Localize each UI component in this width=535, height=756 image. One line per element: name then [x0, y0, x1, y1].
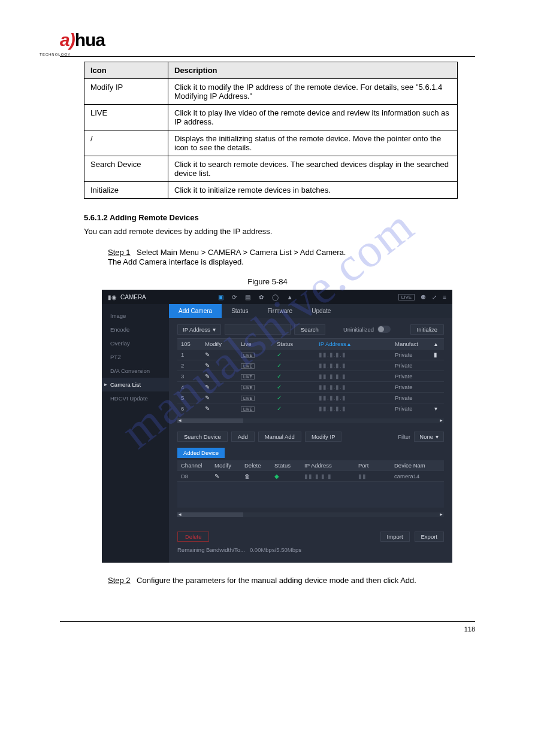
- delete-button[interactable]: Delete: [177, 532, 209, 542]
- expand-icon[interactable]: ⤢: [432, 294, 437, 300]
- bandwidth-line: Remaining Bandwidth/To... 0.00Mbps/5.50M…: [169, 544, 452, 553]
- col-delete: Delete: [244, 462, 274, 469]
- sidebar-item-hdcvi-update[interactable]: HDCVI Update: [102, 391, 169, 405]
- check-icon: ✓: [277, 351, 319, 358]
- live-badge[interactable]: LIVE: [241, 385, 255, 390]
- row-index: 1: [181, 351, 205, 358]
- system-icon[interactable]: ✿: [259, 294, 264, 300]
- search-type-select[interactable]: IP Address ▾: [177, 324, 221, 335]
- grid-row[interactable]: 6 ✎ LIVE ✓ ▮▮.▮.▮.▮ Private ▾: [177, 403, 444, 414]
- pencil-icon[interactable]: ✎: [205, 394, 241, 401]
- cell-icon: LIVE: [84, 105, 168, 130]
- scroll-left-icon[interactable]: ◂: [179, 511, 182, 517]
- filter-select[interactable]: None ▾: [414, 432, 444, 442]
- col-count: 105: [181, 341, 205, 347]
- pencil-icon[interactable]: ✎: [205, 351, 241, 358]
- tab-firmware[interactable]: Firmware: [258, 304, 303, 318]
- row-mfr: Private: [395, 405, 431, 412]
- pencil-icon[interactable]: ✎: [205, 384, 241, 390]
- scroll-right-icon[interactable]: ▸: [440, 511, 443, 517]
- cell-desc: Click it to modify the IP address of the…: [168, 79, 458, 105]
- menu-icon[interactable]: ≡: [443, 294, 446, 300]
- sidebar-item-da-conversion[interactable]: D/A Conversion: [102, 364, 169, 378]
- search-input[interactable]: [225, 324, 291, 335]
- col-ip[interactable]: IP Address ▴: [319, 341, 385, 347]
- pencil-icon[interactable]: ✎: [214, 473, 244, 479]
- col-live: Live: [241, 341, 277, 347]
- scroll-down-icon[interactable]: ▾: [431, 405, 440, 412]
- modify-ip-button[interactable]: Modify IP: [305, 432, 342, 442]
- uninitialized-toggle[interactable]: [377, 326, 391, 333]
- row-mfr: Private: [395, 362, 431, 369]
- row-mfr: Private: [395, 384, 431, 390]
- tab-status[interactable]: Status: [222, 304, 258, 318]
- main-panel: Add Camera Status Firmware Update IP Add…: [169, 304, 452, 563]
- table-row: Modify IP Click it to modify the IP addr…: [84, 79, 458, 105]
- grid-row[interactable]: 3 ✎ LIVE ✓ ▮▮.▮.▮.▮ Private: [177, 371, 444, 381]
- sidebar-item-ptz[interactable]: PTZ: [102, 350, 169, 364]
- trash-icon[interactable]: 🗑: [244, 473, 274, 479]
- add-button[interactable]: Add: [231, 432, 255, 442]
- scroll-up-icon[interactable]: ▴: [431, 341, 440, 347]
- live-badge[interactable]: LIVE: [241, 353, 255, 358]
- col-channel: Channel: [181, 462, 214, 469]
- uninitialized-label: Uninitialized: [343, 326, 374, 333]
- scroll-right-icon[interactable]: ▸: [440, 417, 443, 423]
- search-device-button[interactable]: Search Device: [177, 432, 228, 442]
- live-badge[interactable]: LIVE: [241, 396, 255, 401]
- cell-desc: Click it to play live video of the remot…: [168, 105, 458, 130]
- import-button[interactable]: Import: [380, 532, 410, 542]
- grid-row[interactable]: 1 ✎ LIVE ✓ ▮▮.▮.▮.▮ Private ▮: [177, 349, 444, 360]
- network-icon[interactable]: ⟳: [232, 294, 237, 300]
- sidebar-item-encode[interactable]: Encode: [102, 323, 169, 336]
- chevron-down-icon: ▾: [436, 433, 439, 440]
- section-desc: You can add remote devices by adding the…: [84, 227, 475, 236]
- params-header-desc: Description: [168, 62, 458, 79]
- pencil-icon[interactable]: ✎: [205, 362, 241, 369]
- pencil-icon[interactable]: ✎: [205, 373, 241, 379]
- col-ip: IP Address: [304, 462, 358, 469]
- live-badge[interactable]: LIVE: [241, 406, 255, 412]
- live-badge[interactable]: LIVE: [241, 363, 255, 369]
- grid-row[interactable]: 4 ✎ LIVE ✓ ▮▮.▮.▮.▮ Private: [177, 381, 444, 392]
- live-badge[interactable]: LIVE: [241, 374, 255, 379]
- section-title: 5.6.1.2 Adding Remote Devices: [84, 213, 475, 222]
- cell-desc: Displays the initializing status of the …: [168, 130, 458, 156]
- sidebar-item-image[interactable]: Image: [102, 309, 169, 323]
- col-modify: Modify: [214, 462, 244, 469]
- security-icon[interactable]: ◯: [272, 294, 279, 300]
- footer-rule: [60, 621, 475, 622]
- camera-tab-icon[interactable]: ▣: [218, 294, 223, 300]
- grid-row[interactable]: 5 ✎ LIVE ✓ ▮▮.▮.▮.▮ Private: [177, 392, 444, 403]
- pencil-icon[interactable]: ✎: [205, 405, 241, 412]
- tab-update[interactable]: Update: [302, 304, 340, 318]
- horizontal-scrollbar-2[interactable]: ◂ ▸: [177, 512, 444, 517]
- table-row: Initialize Click it to initialize remote…: [84, 182, 458, 199]
- sidebar-item-camera-list[interactable]: Camera List: [102, 378, 169, 391]
- manual-add-button[interactable]: Manual Add: [258, 432, 301, 442]
- table-row: / Displays the initializing status of th…: [84, 130, 458, 156]
- main-tabs: Add Camera Status Firmware Update: [169, 304, 452, 318]
- storage-icon[interactable]: ▤: [245, 294, 250, 300]
- search-button[interactable]: Search: [294, 324, 325, 335]
- scroll-left-icon[interactable]: ◂: [179, 417, 182, 423]
- horizontal-scrollbar[interactable]: ◂ ▸: [177, 418, 444, 423]
- ip-masked: ▮▮.▮.▮.▮: [319, 394, 385, 401]
- grid-header: 105 Modify Live Status IP Address ▴ Manu…: [177, 339, 444, 349]
- col-status: Status: [277, 341, 319, 347]
- added-row[interactable]: D8 ✎ 🗑 ◆ ▮▮.▮.▮.▮ ▮▮ camera14: [177, 470, 444, 481]
- added-device-tab[interactable]: Added Device: [177, 448, 225, 458]
- row-index: 6: [181, 405, 205, 412]
- row-index: 2: [181, 362, 205, 369]
- account-icon[interactable]: ▲: [287, 294, 293, 300]
- step-1-text: Select Main Menu > CAMERA > Camera List …: [137, 248, 346, 257]
- initialize-button[interactable]: Initialize: [410, 324, 444, 335]
- sidebar-item-overlay[interactable]: Overlay: [102, 336, 169, 350]
- ip-masked: ▮▮.▮.▮.▮: [319, 362, 385, 369]
- params-header-icon: Icon: [84, 62, 168, 79]
- user-icon[interactable]: ⚉: [421, 294, 426, 300]
- scroll-thumb[interactable]: ▮: [431, 351, 440, 358]
- export-button[interactable]: Export: [415, 532, 444, 542]
- grid-row[interactable]: 2 ✎ LIVE ✓ ▮▮.▮.▮.▮ Private: [177, 360, 444, 371]
- tab-add-camera[interactable]: Add Camera: [169, 304, 222, 318]
